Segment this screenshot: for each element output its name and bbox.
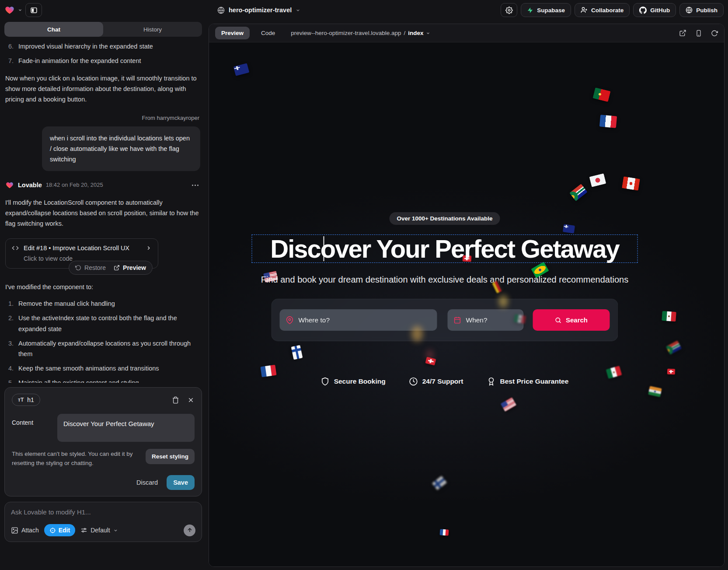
content-label: Content: [12, 414, 57, 442]
list-item: 3. Automatically expand/collapse locatio…: [5, 338, 200, 359]
list-item-text: Keep the same smooth animations and tran…: [18, 363, 200, 374]
smartphone-icon: [695, 30, 702, 37]
tab-chat[interactable]: Chat: [4, 22, 103, 37]
publish-button[interactable]: Publish: [679, 3, 724, 17]
flag-fr-icon: [599, 115, 617, 128]
calendar-icon: [454, 316, 461, 324]
list-item-number: 7.: [5, 56, 14, 66]
hero-section: Over 1000+ Destinations Available Discov…: [252, 212, 638, 386]
element-tag-chip: тT h1: [12, 394, 40, 406]
logo-chevron-down-icon[interactable]: [18, 8, 22, 12]
lovable-logo-icon[interactable]: [4, 5, 15, 15]
save-button[interactable]: Save: [167, 475, 195, 490]
clock-icon: [409, 377, 418, 386]
feature-support: 24/7 Support: [409, 377, 463, 386]
delete-element-button[interactable]: [172, 396, 179, 404]
search-label: Search: [566, 316, 588, 324]
code-icon: [12, 245, 19, 252]
mobile-view-button[interactable]: [695, 30, 702, 37]
list-item: 5. Maintain all the existing content and…: [5, 378, 200, 383]
list-item-text: Use the activeIndex state to control bot…: [18, 313, 200, 334]
external-link-icon: [114, 265, 120, 271]
map-pin-icon: [286, 316, 294, 324]
search-button[interactable]: Search: [533, 309, 610, 331]
composer-panel: Attach Edit Default: [4, 502, 202, 542]
send-button[interactable]: [184, 525, 195, 536]
feature-secure-booking: Secure Booking: [321, 377, 386, 386]
where-input[interactable]: [299, 316, 431, 324]
edit-mode-button[interactable]: Edit: [44, 524, 75, 536]
list-item: 7. Fade-in animation for the expanded co…: [5, 56, 200, 66]
sidebar-toggle-button[interactable]: [25, 3, 42, 17]
user-attribution: From harrymckayroper: [5, 113, 199, 123]
message-menu-icon[interactable]: [190, 183, 200, 188]
github-button[interactable]: GitHub: [633, 3, 676, 17]
top-header: hero-optimizer-travel Supabase Collabora…: [0, 0, 728, 20]
open-in-new-tab-button[interactable]: [679, 29, 686, 37]
tab-history[interactable]: History: [103, 22, 202, 37]
when-input[interactable]: [466, 316, 518, 324]
content-textarea[interactable]: Discover Your Perfect Getaway: [57, 414, 195, 442]
refresh-button[interactable]: [711, 30, 718, 37]
mode-selector[interactable]: Default: [80, 527, 118, 534]
feature-best-price: Best Price Guarantee: [487, 377, 569, 386]
chevron-right-icon: [146, 245, 152, 251]
list-item-number: 5.: [5, 378, 14, 383]
discard-button[interactable]: Discard: [136, 479, 158, 486]
refresh-icon: [711, 30, 718, 37]
project-selector[interactable]: hero-optimizer-travel: [217, 0, 300, 20]
attach-label: Attach: [21, 527, 39, 534]
chevron-down-icon: [426, 31, 430, 35]
flag-za-icon: [569, 184, 588, 201]
preview-url[interactable]: preview--hero-optimizer-travel.lovable.a…: [291, 30, 430, 36]
close-editor-button[interactable]: [187, 396, 195, 404]
chat-sidebar: Chat History 6. Improved visual hierarch…: [0, 20, 206, 570]
hero-title[interactable]: Discover Your Perfect Getaway: [270, 234, 619, 263]
list-item-number: 6.: [5, 41, 14, 52]
arrow-up-icon: [187, 527, 193, 533]
assistant-list-bottom: 1. Remove the manual click handling 2. U…: [5, 298, 200, 383]
restore-label: Restore: [84, 264, 106, 271]
flag-ca-icon: [622, 176, 640, 191]
list-item-text: Remove the manual click handling: [18, 298, 200, 309]
preview-toolbar: Preview Code preview--hero-optimizer-tra…: [209, 24, 724, 42]
trash-icon: [172, 396, 179, 404]
flag-fi-icon: [432, 476, 447, 490]
list-item-text: Improved visual hierarchy in the expande…: [18, 41, 200, 52]
feature-label: Secure Booking: [334, 378, 386, 385]
tab-code[interactable]: Code: [255, 27, 281, 39]
flag-au-icon: [233, 63, 250, 76]
supabase-button[interactable]: Supabase: [521, 3, 571, 17]
publish-label: Publish: [696, 7, 718, 14]
award-icon: [487, 377, 496, 386]
github-icon: [639, 7, 647, 14]
restore-button[interactable]: Restore: [75, 264, 106, 271]
reset-styling-button[interactable]: Reset styling: [146, 449, 195, 464]
gear-icon: [505, 7, 513, 14]
settings-button[interactable]: [501, 3, 517, 17]
tab-preview[interactable]: Preview: [215, 27, 250, 39]
assistant-paragraph: I'll modify the LocationScroll component…: [5, 197, 200, 229]
list-item: 2. Use the activeIndex state to control …: [5, 313, 200, 334]
composer-input[interactable]: [11, 508, 195, 516]
message-timestamp: 18:42 on Feb 20, 2025: [46, 180, 103, 190]
project-chevron-down-icon: [296, 8, 300, 13]
edit-mode-label: Edit: [59, 527, 70, 534]
mode-label: Default: [91, 527, 110, 534]
supabase-icon: [527, 7, 533, 14]
when-input-wrap: [448, 309, 524, 331]
preview-edit-button[interactable]: Preview: [114, 264, 146, 271]
list-item-text: Automatically expand/collapse locations …: [18, 338, 200, 359]
flag-in-icon: [648, 386, 662, 397]
type-icon: тT: [18, 397, 24, 403]
destinations-badge: Over 1000+ Destinations Available: [389, 212, 500, 225]
where-input-wrap: [280, 309, 437, 331]
preview-viewport: Over 1000+ Destinations Available Discov…: [209, 42, 724, 567]
external-link-icon: [679, 29, 686, 37]
chevron-down-icon: [113, 528, 118, 533]
chat-scroll-area[interactable]: 6. Improved visual hierarchy in the expa…: [4, 37, 202, 383]
collaborate-button[interactable]: Collaborate: [575, 3, 630, 17]
selected-element-outline[interactable]: Discover Your Perfect Getaway: [252, 234, 638, 263]
attach-button[interactable]: Attach: [11, 527, 39, 534]
collaborate-label: Collaborate: [591, 7, 624, 14]
